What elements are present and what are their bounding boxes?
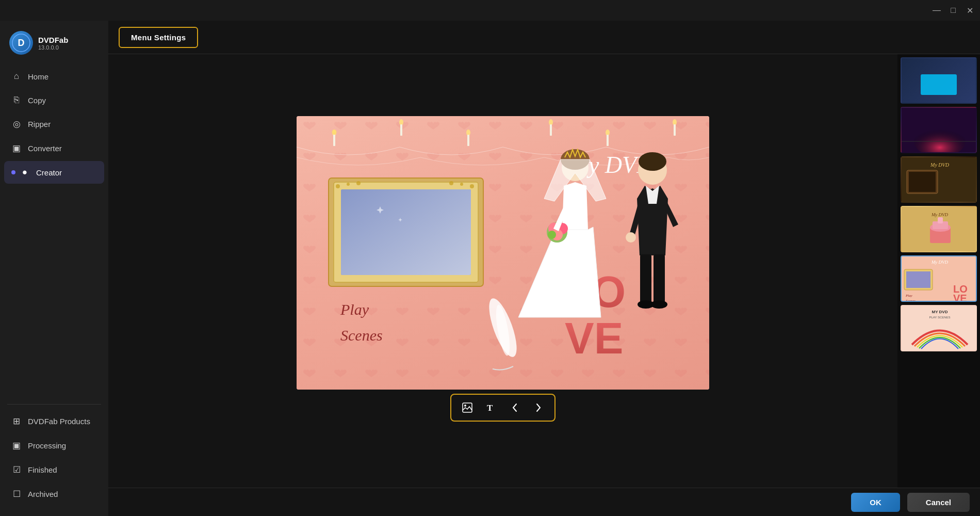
sidebar-item-dvdfab-products[interactable]: ⊞ DVDFab Products (4, 410, 104, 433)
svg-rect-11 (550, 124, 552, 136)
svg-text:Play: Play (905, 294, 913, 298)
footer-bar: OK Cancel (108, 488, 980, 516)
app-name: DVDFab (38, 36, 68, 44)
svg-text:My DVD: My DVD (931, 260, 949, 265)
preview-toolbar: T (450, 390, 556, 426)
archived-icon: ☐ (11, 489, 22, 499)
titlebar: ― □ ✕ (0, 0, 980, 21)
thumbnail-item-5[interactable]: MY DVD PLAY SCENES (901, 305, 977, 351)
thumb-6-preview: MY DVD PLAY SCENES (902, 306, 977, 351)
app-logo-icon: D (9, 31, 33, 55)
svg-text:My DVD: My DVD (931, 212, 949, 217)
sidebar-item-converter[interactable]: ▣ Converter (4, 137, 104, 160)
thumbnail-item-1[interactable] (901, 107, 977, 153)
text-tool-button[interactable]: T (481, 398, 501, 417)
svg-text:My DVD: My DVD (930, 162, 950, 168)
sidebar-item-creator-label: Creator (36, 168, 62, 177)
cancel-button[interactable]: Cancel (907, 493, 970, 512)
svg-point-24 (460, 183, 463, 186)
text-icon: T (485, 402, 497, 413)
svg-text:T: T (487, 403, 493, 413)
svg-point-25 (449, 181, 453, 185)
copy-icon: ⎘ (11, 95, 22, 105)
thumbnail-panel: My DVD My DVD (897, 54, 980, 488)
converter-icon: ▣ (11, 143, 22, 154)
wedding-background: My DVD (297, 116, 709, 390)
svg-rect-13 (607, 135, 609, 146)
sidebar-item-ripper[interactable]: ◎ Ripper (4, 112, 104, 136)
svg-rect-59 (909, 172, 936, 192)
sidebar-item-finished-label: Finished (28, 465, 57, 474)
logo-text: DVDFab 13.0.0.0 (38, 36, 68, 51)
preview-area: My DVD (108, 54, 897, 488)
svg-point-5 (332, 130, 337, 135)
app-body: D DVDFab 13.0.0.0 ⌂ Home ⎘ Copy ◎ Ripper (0, 21, 980, 516)
svg-rect-15 (674, 124, 676, 136)
thumbnail-item-3[interactable]: My DVD (901, 206, 977, 252)
svg-text:PLAY   SCENES: PLAY SCENES (929, 316, 950, 319)
thumb-screen (921, 74, 957, 95)
sidebar-item-home[interactable]: ⌂ Home (4, 65, 104, 88)
titlebar-controls: ― □ ✕ (932, 5, 975, 15)
active-indicator (11, 170, 15, 174)
sidebar-item-copy-label: Copy (28, 96, 46, 105)
thumbnail-item-0[interactable] (901, 57, 977, 104)
toolbar-box: T (450, 394, 556, 422)
svg-text:D: D (18, 38, 25, 48)
sidebar-item-finished[interactable]: ☑ Finished (4, 458, 104, 481)
thumbnail-item-4[interactable]: My DVD Play Scenes LO VE (901, 255, 977, 302)
svg-rect-28 (341, 189, 471, 275)
sidebar-logo: D DVDFab 13.0.0.0 (0, 26, 108, 65)
svg-point-40 (651, 300, 667, 309)
svg-point-41 (626, 232, 636, 243)
svg-point-48 (548, 231, 556, 239)
sidebar-item-processing[interactable]: ▣ Processing (4, 434, 104, 457)
image-tool-button[interactable] (458, 398, 477, 417)
svg-point-20 (347, 183, 350, 186)
minimize-button[interactable]: ― (932, 5, 942, 15)
svg-text:Scenes: Scenes (340, 327, 383, 344)
app-version: 13.0.0.0 (38, 44, 68, 51)
chevron-left-icon (509, 402, 520, 413)
svg-text:Scenes: Scenes (906, 299, 916, 302)
thumb-3-preview: My DVD (902, 157, 977, 203)
svg-rect-7 (400, 124, 402, 136)
svg-text:Play: Play (340, 301, 369, 318)
thumbnail-item-2[interactable]: My DVD (901, 156, 977, 203)
processing-icon: ▣ (11, 440, 22, 451)
prev-button[interactable] (505, 398, 525, 417)
creator-icon: ● (20, 167, 30, 178)
sidebar: D DVDFab 13.0.0.0 ⌂ Home ⎘ Copy ◎ Ripper (0, 21, 108, 516)
main-content: Menu Settings (108, 21, 980, 516)
svg-rect-69 (906, 271, 930, 288)
maximize-button[interactable]: □ (948, 5, 958, 15)
sidebar-divider (7, 404, 101, 405)
svg-rect-4 (333, 135, 335, 146)
svg-rect-66 (938, 217, 943, 223)
sidebar-item-processing-label: Processing (28, 441, 66, 450)
close-button[interactable]: ✕ (965, 5, 975, 15)
sidebar-item-archived-label: Archived (28, 490, 58, 498)
sidebar-nav: ⌂ Home ⎘ Copy ◎ Ripper ▣ Converter ● Cre… (0, 65, 108, 399)
svg-rect-9 (467, 135, 469, 146)
sidebar-item-copy[interactable]: ⎘ Copy (4, 89, 104, 111)
dvdfab-products-icon: ⊞ (11, 416, 22, 427)
chevron-right-icon (533, 402, 544, 413)
sidebar-item-dvdfab-products-label: DVDFab Products (28, 417, 90, 426)
image-icon (462, 402, 473, 413)
svg-point-23 (470, 184, 474, 188)
sidebar-item-archived[interactable]: ☐ Archived (4, 482, 104, 506)
next-button[interactable] (529, 398, 548, 417)
svg-text:VE: VE (953, 293, 967, 302)
menu-settings-button[interactable]: Menu Settings (119, 27, 198, 48)
svg-text:MY DVD: MY DVD (932, 310, 948, 314)
ok-button[interactable]: OK (851, 493, 900, 512)
thumb-2-preview (902, 108, 977, 153)
sidebar-item-creator[interactable]: ● Creator (4, 161, 104, 184)
svg-point-52 (464, 405, 466, 407)
svg-point-19 (336, 184, 340, 188)
sidebar-item-home-label: Home (28, 72, 48, 81)
sidebar-bottom: ⊞ DVDFab Products ▣ Processing ☑ Finishe… (0, 410, 108, 516)
sidebar-item-ripper-label: Ripper (28, 120, 51, 128)
header-bar: Menu Settings (108, 21, 980, 54)
